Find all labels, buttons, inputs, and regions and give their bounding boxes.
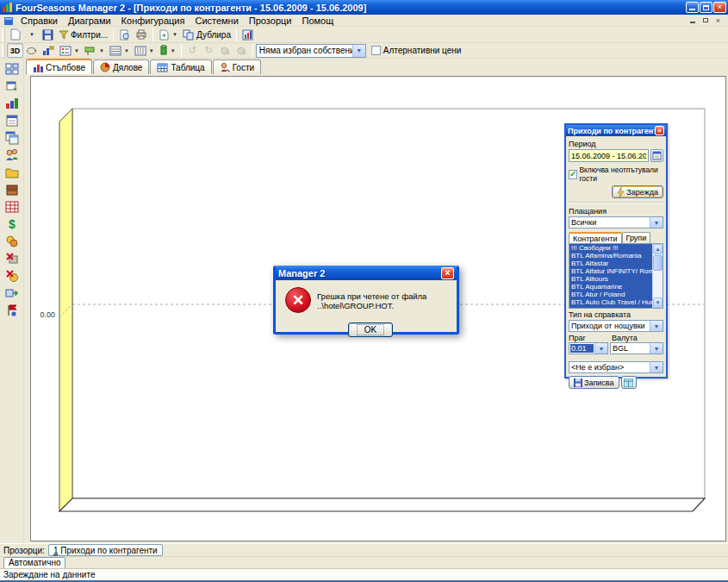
tab-table[interactable]: Таблица xyxy=(150,59,211,74)
folder-reports-button[interactable] xyxy=(2,164,22,180)
tab-pie[interactable]: Дялове xyxy=(93,59,149,74)
list-item-partial[interactable] xyxy=(569,306,652,308)
toolbar-grip-2[interactable] xyxy=(2,44,5,57)
new-report-dropdown[interactable]: ▼ xyxy=(23,28,40,42)
tab-counterparties[interactable]: Контрагенти xyxy=(569,232,622,243)
payments-select[interactable]: Всички ▼ xyxy=(569,216,663,228)
zoom-in-button[interactable] xyxy=(233,43,250,58)
list-item[interactable]: BTL Alfastar xyxy=(569,260,652,267)
horizontal-grid-button[interactable]: ▼ xyxy=(107,43,132,58)
print-preview-button[interactable] xyxy=(116,28,133,42)
list-scrollbar[interactable]: ▲ ▼ xyxy=(652,244,663,308)
legend-button[interactable]: ▼ xyxy=(57,43,82,58)
scroll-down-icon[interactable]: ▼ xyxy=(653,297,663,308)
new-report-button[interactable] xyxy=(7,28,23,42)
list-item[interactable]: BTL Alltours xyxy=(569,275,652,283)
rotate-chart-button[interactable] xyxy=(23,43,40,58)
dialog-title-bar[interactable]: Manager 2 × xyxy=(276,266,457,280)
close-button[interactable]: × xyxy=(713,2,726,13)
occupancy-grid-button[interactable] xyxy=(2,198,22,215)
data-labels-button[interactable]: ▼ xyxy=(82,43,107,58)
list-item[interactable]: BTL Alfatur INFINITY/ Romani xyxy=(569,267,652,275)
guests-button[interactable] xyxy=(2,147,22,163)
series-marks-button[interactable] xyxy=(40,43,57,58)
dialog-message: Грешка при четене от файла ..\hotel\GROU… xyxy=(317,291,453,310)
payments-button[interactable]: $ xyxy=(2,216,22,232)
list-item[interactable]: BTL Aquamarine xyxy=(569,283,652,291)
scroll-up-icon[interactable]: ▲ xyxy=(653,244,663,254)
pie-tab-icon xyxy=(100,62,110,72)
owner-select[interactable]: Няма избран собственици ▼ xyxy=(256,44,366,58)
mdi-minimize-button[interactable] xyxy=(686,16,699,26)
window-task-button[interactable]: 1 Приходи по контрагенти xyxy=(48,544,163,556)
toggle-3d-button[interactable]: 3D xyxy=(7,43,23,58)
menu-item-configuration[interactable]: Конфигурация xyxy=(116,15,190,27)
panel-title: Приходи по контрагенти xyxy=(568,127,655,135)
currencies-button[interactable] xyxy=(2,233,22,249)
duplicate-button[interactable]: Дублира xyxy=(180,28,233,42)
menu-item-system[interactable]: Системни xyxy=(190,15,243,27)
dialog-close-button[interactable]: × xyxy=(441,267,454,279)
calendar-copy-button[interactable] xyxy=(2,129,22,146)
alt-prices-label: Алтернативни цени xyxy=(383,46,462,55)
revenue-chart-button[interactable] xyxy=(2,95,22,111)
counterparties-list[interactable]: !!! Свободни !!! BTL Alfamina/Romania BT… xyxy=(569,243,663,309)
title-bar[interactable]: FourSeasons Manager 2 - [Приходи по конт… xyxy=(0,0,728,15)
cancel-charge-button[interactable] xyxy=(2,267,22,284)
include-unpaid-checkbox[interactable]: ✓ xyxy=(569,170,577,179)
tab-groups[interactable]: Групи xyxy=(622,232,651,243)
rotate-left-button[interactable]: ↺ xyxy=(184,43,201,58)
template-manager-button[interactable] xyxy=(621,376,637,389)
ledger-button[interactable] xyxy=(2,181,22,197)
tab-bars[interactable]: Стълбове xyxy=(26,59,92,74)
chevron-down-icon: ▼ xyxy=(594,343,607,354)
restore-button[interactable] xyxy=(700,2,712,13)
ok-button[interactable]: OK xyxy=(348,322,393,337)
automatic-button[interactable]: Автоматично xyxy=(3,557,65,569)
list-item[interactable]: BTL Atur / Poland xyxy=(569,291,652,298)
vertical-grid-button[interactable]: ▼ xyxy=(132,43,157,58)
threshold-combo[interactable]: 0.01 ▼ xyxy=(569,342,608,354)
refresh-window-button[interactable] xyxy=(2,78,22,94)
view-tabs: Стълбове Дялове Таблица xyxy=(24,59,728,74)
dialog-title: Manager 2 xyxy=(278,268,441,278)
save-button[interactable] xyxy=(40,28,56,42)
report-type-select[interactable]: Приходи от нощувки ▼ xyxy=(569,320,663,332)
list-item[interactable]: BTL Alfamina/Romania xyxy=(569,252,652,260)
chart-window-button[interactable] xyxy=(240,28,256,42)
save-template-button[interactable]: Записва xyxy=(569,376,619,389)
minimize-button[interactable] xyxy=(686,2,699,13)
mdi-restore-button[interactable] xyxy=(699,16,712,26)
zoom-out-button[interactable] xyxy=(217,43,233,58)
cancel-reservation-button[interactable] xyxy=(2,250,22,266)
panel-close-button[interactable]: × xyxy=(655,126,664,135)
print-button[interactable] xyxy=(133,28,150,42)
tab-guests[interactable]: Гости xyxy=(213,59,261,74)
mdi-close-button[interactable]: × xyxy=(712,16,725,26)
template-select-value: <Не е избран> xyxy=(569,363,650,372)
menu-item-windows[interactable]: Прозорци xyxy=(244,15,297,27)
rotate-right-button[interactable]: ↻ xyxy=(201,43,217,58)
load-button[interactable]: Зарежда xyxy=(612,185,663,198)
panel-title-bar[interactable]: Приходи по контрагенти × xyxy=(566,125,666,136)
currency-select[interactable]: BGL ▼ xyxy=(610,342,663,354)
menu-item-help[interactable]: Помощ xyxy=(296,15,339,27)
calendar-button[interactable] xyxy=(2,112,22,128)
alt-prices-checkbox[interactable] xyxy=(371,46,381,55)
filters-button[interactable]: Филтри... xyxy=(56,28,110,42)
list-item[interactable]: !!! Свободни !!! xyxy=(569,244,652,252)
rooms-plan-button[interactable] xyxy=(2,60,22,77)
calendar-picker-button[interactable] xyxy=(650,149,663,162)
toolbar-grip[interactable] xyxy=(2,28,5,41)
bar-style-button[interactable]: ▼ xyxy=(157,43,178,58)
list-item[interactable]: BTL Auto Club Travel / Hunga xyxy=(569,298,652,306)
menu-item-reports[interactable]: Справки xyxy=(16,15,63,27)
template-select[interactable]: <Не е избран> ▼ xyxy=(569,361,663,373)
scroll-thumb[interactable] xyxy=(653,255,663,271)
period-input[interactable] xyxy=(569,149,649,162)
y-axis-zero-tick: 0.00 xyxy=(31,310,55,319)
menu-item-diagrams[interactable]: Диаграми xyxy=(63,15,116,27)
export-button[interactable]: ▼ xyxy=(156,28,180,42)
tourists-button[interactable] xyxy=(2,302,22,318)
transfer-guest-button[interactable] xyxy=(2,285,22,301)
